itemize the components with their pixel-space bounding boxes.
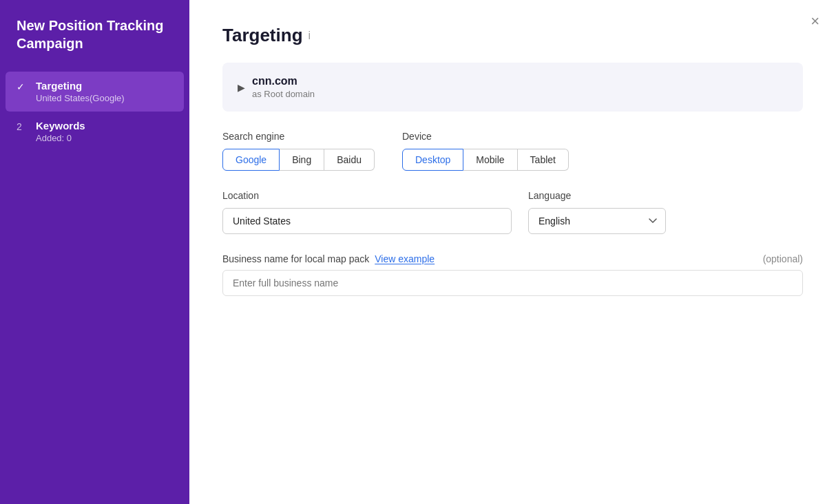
business-name-group: Business name for local map pack View ex… <box>222 253 803 296</box>
sidebar-item-keywords-number: 2 <box>17 121 28 132</box>
close-button[interactable]: × <box>811 14 819 29</box>
page-title-text: Targeting <box>222 25 303 46</box>
device-tablet[interactable]: Tablet <box>518 149 569 171</box>
search-engine-group: Search engine Google Bing Baidu <box>222 131 375 171</box>
sidebar-item-targeting[interactable]: ✓ Targeting United States(Google) <box>6 72 184 112</box>
info-icon[interactable]: i <box>309 30 311 42</box>
domain-info: cnn.com as Root domain <box>252 75 315 99</box>
search-engine-bing[interactable]: Bing <box>280 149 324 171</box>
business-label-row: Business name for local map pack View ex… <box>222 253 803 264</box>
sidebar-item-keywords[interactable]: 2 Keywords Added: 0 <box>0 112 189 151</box>
business-name-label: Business name for local map pack <box>222 253 369 264</box>
search-device-row: Search engine Google Bing Baidu Device D… <box>222 131 803 171</box>
business-name-input[interactable] <box>222 270 803 296</box>
domain-card[interactable]: ▶ cnn.com as Root domain <box>222 63 803 112</box>
domain-type: as Root domain <box>252 89 315 99</box>
sidebar-item-targeting-content: Targeting United States(Google) <box>36 80 125 103</box>
check-icon: ✓ <box>17 81 28 92</box>
sidebar-item-keywords-sublabel: Added: 0 <box>36 133 85 143</box>
chevron-right-icon: ▶ <box>238 82 245 93</box>
device-label: Device <box>402 131 581 142</box>
search-engine-buttons: Google Bing Baidu <box>222 149 375 171</box>
location-language-row: Location Language English Spanish French… <box>222 190 803 234</box>
language-select[interactable]: English Spanish French German Chinese <box>528 208 666 234</box>
search-engine-google[interactable]: Google <box>222 149 280 171</box>
location-label: Location <box>222 190 512 201</box>
language-label: Language <box>528 190 666 201</box>
location-input[interactable] <box>222 208 512 234</box>
device-mobile[interactable]: Mobile <box>463 149 517 171</box>
optional-label: (optional) <box>763 253 803 264</box>
sidebar-item-keywords-content: Keywords Added: 0 <box>36 120 85 143</box>
page-title: Targeting i <box>222 25 803 46</box>
sidebar-item-keywords-label: Keywords <box>36 120 85 132</box>
search-engine-label: Search engine <box>222 131 375 142</box>
location-group: Location <box>222 190 512 234</box>
device-group: Device Desktop Mobile Tablet <box>402 131 581 171</box>
sidebar-item-targeting-label: Targeting <box>36 80 125 92</box>
sidebar: New Position Tracking Campaign ✓ Targeti… <box>0 0 189 504</box>
search-engine-baidu[interactable]: Baidu <box>324 149 375 171</box>
sidebar-item-targeting-sublabel: United States(Google) <box>36 93 125 103</box>
domain-name: cnn.com <box>252 75 315 87</box>
sidebar-title: New Position Tracking Campaign <box>0 17 189 72</box>
device-desktop[interactable]: Desktop <box>402 149 463 171</box>
language-group: Language English Spanish French German C… <box>528 190 666 234</box>
view-example-link[interactable]: View example <box>375 253 435 264</box>
device-buttons: Desktop Mobile Tablet <box>402 149 581 171</box>
main-content: × Targeting i ▶ cnn.com as Root domain S… <box>189 0 836 504</box>
business-label-container: Business name for local map pack View ex… <box>222 253 435 264</box>
